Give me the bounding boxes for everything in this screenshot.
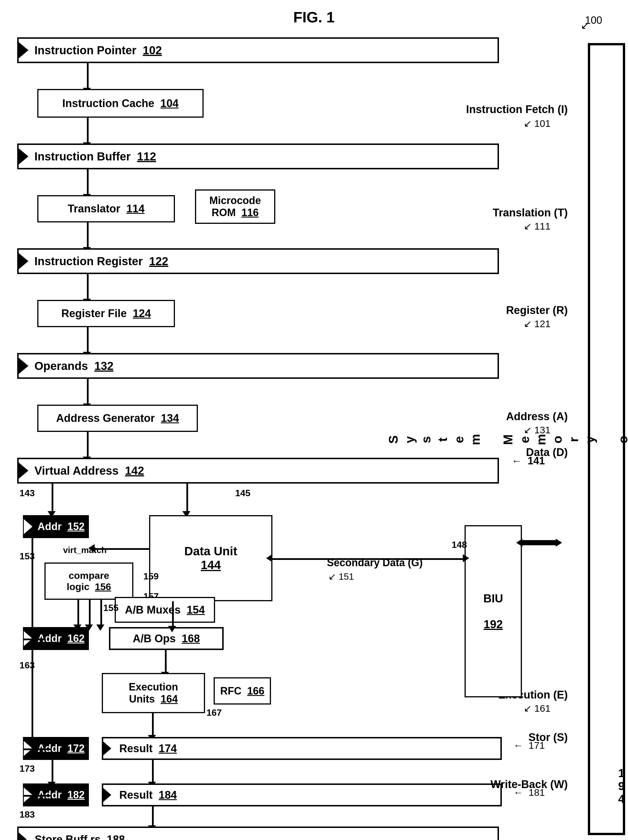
- stage-translation-ref: ↙ 111: [524, 220, 551, 232]
- label-143: 143: [19, 488, 35, 499]
- address-generator-box: Address Generator 134: [37, 405, 198, 432]
- biu-dbl-arrow: [522, 540, 556, 545]
- operands-box: Operands 132: [17, 353, 499, 379]
- execution-units-label: ExecutionUnits 164: [129, 681, 178, 705]
- ab-ops-label: A/B Ops 168: [133, 633, 200, 645]
- stage-stor-label: Stor (S): [529, 731, 568, 744]
- label-148: 148: [452, 540, 467, 550]
- stage-execution-ref: ↙ 161: [524, 703, 551, 714]
- translator-label: Translator 114: [68, 203, 145, 215]
- compare-logic-box: comparelogic 156: [44, 562, 133, 600]
- diagram-container: FIG. 1 100 ↙ Instruction Pointer 102 Ins…: [0, 0, 628, 840]
- data-unit-box: Data Unit144: [149, 515, 272, 601]
- h-line-162: [23, 638, 46, 640]
- rfc-label: RFC 166: [220, 685, 264, 697]
- arrow-du-to-mux: [172, 601, 174, 627]
- system-memory-label: System Memory or I/O Device: [385, 433, 628, 445]
- instruction-buffer-label: Instruction Buffer 112: [35, 150, 156, 163]
- label-183: 183: [19, 809, 35, 820]
- h-line-182: [23, 795, 52, 797]
- biu-box: BIU192: [464, 525, 522, 697]
- data-unit-label: Data Unit144: [184, 545, 237, 572]
- register-file-label: Register File 124: [61, 307, 151, 320]
- arrow-ib-to-tr: [87, 169, 89, 195]
- vline-cl-1: [77, 600, 79, 625]
- instruction-cache-label: Instruction Cache 104: [62, 97, 178, 110]
- addr-152-box: Addr 152: [23, 515, 89, 538]
- arrow-rf-to-op: [87, 327, 89, 353]
- instruction-cache-box: Instruction Cache 104: [37, 89, 204, 118]
- arrow-100-icon: ↙: [581, 19, 589, 32]
- stage-register-label: Register (R): [506, 304, 568, 317]
- instruction-pointer-box: Instruction Pointer 102: [17, 37, 499, 63]
- stage-translation-label: Translation (T): [493, 207, 568, 219]
- stage-wb-label: Write-Back (W): [490, 778, 568, 791]
- label-155: 155: [103, 603, 118, 613]
- ab-muxes-box: A/B Muxes 154: [115, 597, 215, 623]
- microcode-rom-label: MicrocodeROM 116: [209, 194, 261, 219]
- figure-title: FIG. 1: [293, 9, 335, 26]
- arrow-172-down: [52, 760, 54, 783]
- ah-cl-2: [85, 624, 93, 631]
- arrow-ir-to-rf: [87, 274, 89, 300]
- arrow-abops-down: [165, 650, 167, 673]
- ah-du-to-mux: [168, 626, 176, 632]
- ab-muxes-label: A/B Muxes 154: [125, 604, 205, 616]
- instruction-register-box: Instruction Register 122: [17, 248, 499, 274]
- stage-data-label: Data (D): [526, 446, 568, 459]
- stage-fetch-label: Instruction Fetch (I): [466, 103, 568, 116]
- left-vert-line: [31, 538, 33, 756]
- label-173: 173: [19, 763, 35, 774]
- stage-fetch-ref: ↙ 101: [524, 118, 551, 129]
- execution-units-box: ExecutionUnits 164: [102, 673, 205, 713]
- arrow-to-sb: [152, 807, 154, 826]
- instruction-register-label: Instruction Register 122: [35, 255, 168, 268]
- label-167: 167: [206, 707, 222, 718]
- arrow-174-down: [152, 760, 154, 783]
- microcode-rom-box: MicrocodeROM 116: [195, 189, 275, 224]
- arrowhead-du-from-biu: [266, 554, 272, 562]
- biu-label: BIU192: [483, 592, 503, 631]
- arrow-ag-to-va: [87, 432, 89, 458]
- translator-box: Translator 114: [37, 195, 175, 223]
- addr-152-label: Addr 152: [38, 521, 85, 533]
- arrowhead-du-to-biu: [463, 554, 469, 562]
- label-159: 159: [143, 571, 159, 582]
- stage-register-ref: ↙ 121: [524, 318, 551, 330]
- arrow-va-left: [52, 483, 54, 512]
- store-buffers-box: Store Buff rs 188: [17, 826, 499, 840]
- ah-virt-match: [88, 544, 94, 552]
- arrow-ic-to-ib: [87, 118, 89, 144]
- arrow-du-to-biu: [272, 558, 464, 560]
- result-174-label: Result 174: [119, 742, 177, 755]
- arrow-va-center: [186, 483, 188, 512]
- result-184-box: Result 184: [102, 783, 502, 807]
- address-generator-label: Address Generator 134: [56, 412, 179, 425]
- instruction-buffer-box: Instruction Buffer 112: [17, 144, 499, 169]
- rfc-box: RFC 166: [214, 677, 271, 704]
- arrow-eu-down: [152, 713, 154, 736]
- vline-cl-3: [100, 600, 102, 625]
- stage-address-label: Address (A): [506, 411, 568, 423]
- vline-cl-2: [89, 600, 91, 625]
- arrow-op-to-ag: [87, 379, 89, 405]
- operands-label: Operands 132: [35, 360, 113, 373]
- virtual-address-box: Virtual Address 142: [17, 458, 499, 483]
- label-145: 145: [235, 488, 250, 499]
- ah-cl-1: [73, 624, 82, 631]
- ah-cl-3: [96, 624, 104, 631]
- result-184-label: Result 184: [119, 789, 177, 801]
- h-line-172: [23, 748, 52, 750]
- ab-ops-box: A/B Ops 168: [109, 627, 223, 650]
- ref-194: 194: [618, 767, 625, 805]
- virtual-address-label: Virtual Address 142: [35, 464, 144, 477]
- store-buffers-label: Store Buff rs 188: [35, 834, 125, 840]
- arrow-ip-to-ic: [87, 63, 89, 89]
- virt-match-label: virt_match: [63, 545, 107, 555]
- arrow-tr-to-ir: [87, 223, 89, 248]
- instruction-pointer-label: Instruction Pointer 102: [35, 44, 162, 57]
- system-memory-box: System Memory or I/O Device: [588, 43, 625, 835]
- arrow-virt-match: [94, 548, 150, 550]
- compare-logic-label: comparelogic 156: [67, 570, 111, 592]
- register-file-box: Register File 124: [37, 300, 175, 327]
